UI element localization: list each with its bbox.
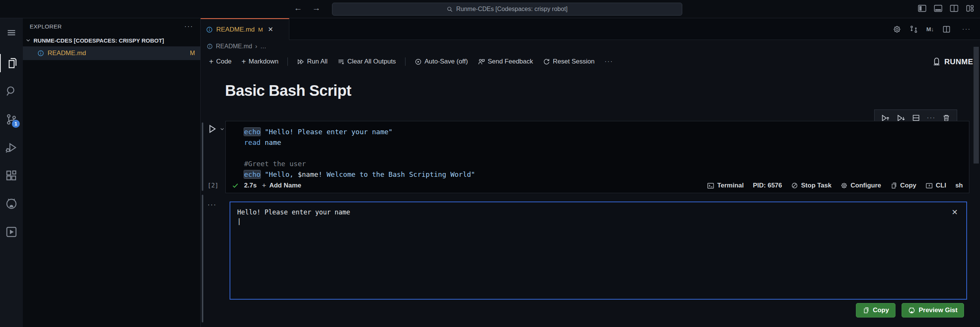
modified-badge: M: [190, 50, 195, 57]
info-icon: [207, 43, 213, 49]
nav-forward-icon[interactable]: →: [312, 3, 321, 13]
compare-changes-icon[interactable]: [910, 25, 918, 33]
circle-play-icon: [415, 58, 422, 65]
code-editor[interactable]: echo "Hello! Please enter your name"read…: [244, 127, 965, 180]
sidebar-item-source-control[interactable]: 1: [0, 110, 23, 129]
sidebar-item-explorer[interactable]: [0, 54, 23, 72]
terminal-button[interactable]: Terminal: [707, 182, 744, 189]
scm-badge: 1: [12, 120, 20, 128]
workspace-section-header[interactable]: RUNME-CDES [CODESPACES: CRISPY ROBOT]: [23, 34, 200, 46]
file-row-readme[interactable]: README.md M: [23, 46, 200, 60]
auto-save-toggle[interactable]: Auto-Save (off): [412, 56, 471, 67]
shell-type-label[interactable]: sh: [955, 182, 963, 189]
github-icon: [908, 307, 915, 314]
output-line: Hello! Please enter your name: [237, 208, 350, 216]
activity-bar: 1: [0, 18, 23, 327]
tab-close-icon[interactable]: ✕: [268, 25, 273, 33]
close-output-icon[interactable]: ✕: [951, 208, 958, 217]
configure-button[interactable]: Configure: [841, 182, 881, 189]
toggle-sidebar-icon[interactable]: [918, 4, 927, 13]
explorer-more-icon[interactable]: ···: [184, 22, 193, 30]
cell-status-bar: 2.7s + Add Name Terminal PID: 6576: [226, 178, 969, 193]
breadcrumb-more[interactable]: …: [260, 43, 266, 50]
cell-focus-bar: [202, 122, 203, 191]
workspace-section-label: RUNME-CDES [CODESPACES: CRISPY ROBOT]: [34, 37, 164, 44]
reset-icon: [543, 58, 550, 65]
cli-icon: [926, 182, 933, 189]
gear-icon: [841, 182, 848, 189]
breadcrumb-file[interactable]: README.md: [216, 43, 252, 50]
copy-cell-button[interactable]: Copy: [890, 182, 916, 189]
clear-all-outputs-button[interactable]: Clear All Outputs: [334, 56, 399, 67]
gear-icon[interactable]: [893, 25, 901, 33]
run-options-chevron-icon[interactable]: [219, 126, 225, 132]
run-all-button[interactable]: Run All: [294, 56, 330, 67]
page-title: Basic Bash Script: [225, 82, 351, 99]
output-focus-bar: [202, 195, 203, 322]
customize-layout-icon[interactable]: [966, 4, 975, 13]
vscode-window: ← → Runme-CDEs [Codespaces: crispy robot…: [0, 0, 980, 327]
menu-icon[interactable]: [0, 24, 23, 42]
toolbar-separator: [287, 57, 288, 66]
stop-icon: [791, 182, 798, 189]
stop-task-button[interactable]: Stop Task: [791, 182, 832, 189]
copy-icon: [862, 307, 869, 314]
info-icon: [37, 50, 44, 57]
cell-duration: 2.7s: [244, 182, 257, 189]
toolbar-more-icon[interactable]: ···: [602, 58, 616, 65]
tab-label: README.md: [216, 26, 255, 33]
tab-readme[interactable]: README.md M ✕: [201, 18, 289, 40]
explorer-sidebar: EXPLORER ··· RUNME-CDES [CODESPACES: CRI…: [23, 18, 201, 327]
sidebar-item-github[interactable]: [0, 195, 23, 213]
clear-outputs-icon: [337, 58, 345, 65]
nav-back-icon[interactable]: ←: [294, 3, 302, 13]
success-check-icon: [232, 182, 239, 189]
tab-bar: README.md M ✕ M↓ ···: [201, 18, 980, 40]
terminal-cursor: |: [237, 217, 241, 225]
toggle-secondary-sidebar-icon[interactable]: [950, 4, 959, 13]
sidebar-item-run-debug[interactable]: [0, 138, 23, 157]
terminal-output[interactable]: Hello! Please enter your name | ✕: [230, 202, 967, 300]
send-feedback-button[interactable]: Send Feedback: [475, 56, 536, 67]
terminal-icon: [707, 182, 714, 189]
markdown-preview-icon[interactable]: M↓: [926, 26, 934, 32]
breadcrumb-separator: ›: [255, 43, 257, 50]
command-center-label: Runme-CDEs [Codespaces: crispy robot]: [456, 6, 568, 13]
sidebar-item-search[interactable]: [0, 82, 23, 100]
cell-more-icon[interactable]: ···: [927, 114, 935, 122]
runme-brand-label: RUNME: [944, 57, 973, 66]
add-markdown-button[interactable]: + Markdown: [238, 56, 281, 68]
toggle-panel-icon[interactable]: [934, 4, 943, 13]
preview-gist-button[interactable]: Preview Gist: [902, 303, 964, 317]
plus-icon: +: [209, 57, 214, 66]
plus-icon: +: [241, 57, 246, 66]
split-editor-icon[interactable]: [942, 25, 951, 33]
cli-button[interactable]: CLI: [926, 182, 946, 189]
execution-count: [2]: [207, 182, 219, 189]
runme-brand: RUNME: [932, 53, 973, 70]
editor-scrollbar[interactable]: [974, 47, 979, 164]
code-cell[interactable]: echo "Hello! Please enter your name"read…: [225, 121, 969, 193]
explorer-title: EXPLORER: [30, 23, 62, 30]
sidebar-item-extensions[interactable]: [0, 167, 23, 185]
breadcrumb[interactable]: README.md › …: [201, 40, 980, 53]
reset-session-button[interactable]: Reset Session: [540, 56, 598, 67]
title-bar: ← → Runme-CDEs [Codespaces: crispy robot…: [0, 0, 980, 18]
info-icon: [206, 26, 213, 33]
search-icon: [447, 6, 453, 13]
add-code-button[interactable]: + Code: [206, 56, 235, 68]
sidebar-item-runme[interactable]: [0, 223, 23, 241]
run-cell-button[interactable]: [207, 124, 217, 134]
file-name: README.md: [48, 49, 86, 57]
output-more-icon[interactable]: ···: [207, 201, 217, 209]
add-name-button[interactable]: + Add Name: [262, 181, 301, 190]
plus-icon: +: [262, 181, 266, 190]
run-all-icon: [297, 58, 304, 65]
command-center-search[interactable]: Runme-CDEs [Codespaces: crispy robot]: [332, 3, 682, 16]
copy-output-button[interactable]: Copy: [856, 303, 895, 317]
editor-more-icon[interactable]: ···: [959, 25, 974, 33]
copy-icon: [890, 182, 897, 189]
chevron-down-icon: [25, 37, 31, 43]
tab-modified-badge: M: [258, 26, 263, 33]
pid-label: PID: 6576: [753, 182, 782, 189]
